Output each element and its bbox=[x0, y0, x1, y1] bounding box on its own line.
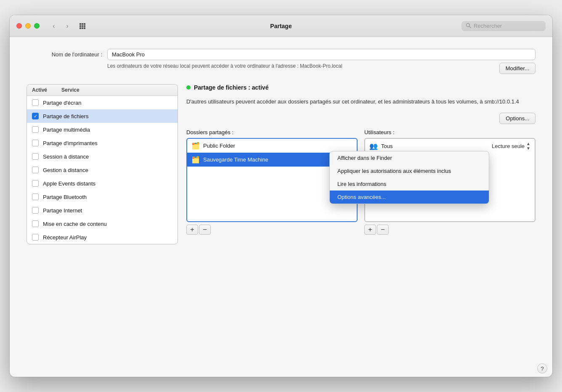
service-list-items: Partage d'écran Partage de fichiers Part… bbox=[27, 96, 178, 244]
folders-users-area: Dossiers partagés : 🗂️ Public Folder 🗂️ … bbox=[186, 129, 535, 235]
traffic-lights bbox=[16, 23, 40, 29]
service-name-fichiers: Partage de fichiers bbox=[43, 113, 88, 119]
svg-line-10 bbox=[469, 26, 471, 28]
service-item-airplay[interactable]: Récepteur AirPlay bbox=[27, 230, 178, 244]
search-input[interactable] bbox=[474, 23, 541, 29]
search-box[interactable] bbox=[461, 21, 546, 31]
add-folder-button[interactable]: + bbox=[186, 225, 198, 235]
computer-name-input[interactable] bbox=[107, 49, 535, 60]
search-icon bbox=[466, 23, 471, 29]
service-name-multimedia: Partage multimédia bbox=[43, 127, 90, 133]
context-menu: Afficher dans le Finder Appliquer les au… bbox=[329, 151, 489, 204]
back-button[interactable]: ‹ bbox=[48, 20, 60, 32]
context-menu-item-finder[interactable]: Afficher dans le Finder bbox=[330, 151, 489, 164]
computer-name-desc-text: Les ordinateurs de votre réseau local pe… bbox=[107, 63, 494, 70]
service-item-bluetooth[interactable]: Partage Bluetooth bbox=[27, 190, 178, 204]
service-item-imprimantes[interactable]: Partage d'imprimantes bbox=[27, 136, 178, 150]
svg-rect-0 bbox=[80, 23, 81, 25]
computer-name-field-area: Les ordinateurs de votre réseau local pe… bbox=[107, 49, 535, 74]
options-button[interactable]: Options... bbox=[499, 113, 535, 124]
window: ‹ › Partage bbox=[10, 15, 552, 377]
service-item-cache[interactable]: Mise en cache de contenu bbox=[27, 217, 178, 230]
service-name-imprimantes: Partage d'imprimantes bbox=[43, 140, 98, 146]
context-menu-item-informations[interactable]: Lire les informations bbox=[330, 177, 489, 191]
computer-name-label: Nom de l'ordinateur : bbox=[27, 49, 102, 58]
help-button[interactable]: ? bbox=[537, 363, 547, 373]
close-button[interactable] bbox=[16, 23, 22, 29]
service-item-internet[interactable]: Partage Internet bbox=[27, 204, 178, 217]
checkbox-apple-events[interactable] bbox=[32, 180, 39, 187]
service-name-session: Session à distance bbox=[43, 154, 89, 160]
svg-rect-5 bbox=[84, 25, 85, 27]
svg-rect-1 bbox=[82, 23, 83, 25]
user-name-tous: Tous bbox=[381, 143, 392, 149]
folder-icon-time-machine: 🗂️ bbox=[191, 156, 200, 164]
svg-rect-2 bbox=[84, 23, 85, 25]
user-permission-area: Lecture seule ▲ ▼ bbox=[492, 142, 530, 151]
service-item-apple-events[interactable]: Apple Events distants bbox=[27, 177, 178, 190]
svg-rect-3 bbox=[80, 25, 81, 27]
folder-panel-buttons: + − bbox=[186, 225, 358, 235]
user-icon-tous: 👥 bbox=[369, 142, 378, 150]
permission-arrows-icon[interactable]: ▲ ▼ bbox=[526, 142, 530, 151]
minimize-button[interactable] bbox=[25, 23, 31, 29]
folders-label: Dossiers partagés : bbox=[186, 129, 358, 135]
checkbox-multimedia[interactable] bbox=[32, 126, 39, 133]
service-name-cache: Mise en cache de contenu bbox=[43, 221, 107, 227]
checkbox-session[interactable] bbox=[32, 153, 39, 160]
checkbox-ecran[interactable] bbox=[32, 99, 39, 106]
user-panel-buttons: + − bbox=[364, 225, 535, 235]
folder-icon-public: 🗂️ bbox=[191, 142, 200, 150]
titlebar: ‹ › Partage bbox=[10, 15, 552, 37]
service-item-ecran[interactable]: Partage d'écran bbox=[27, 96, 178, 109]
svg-rect-7 bbox=[82, 27, 83, 29]
folder-name-public: Public Folder bbox=[203, 143, 235, 149]
main-panel: Activé Service Partage d'écran Partage d… bbox=[27, 84, 535, 244]
service-name-bluetooth: Partage Bluetooth bbox=[43, 194, 87, 200]
service-item-gestion[interactable]: Gestion à distance bbox=[27, 163, 178, 177]
service-name-airplay: Récepteur AirPlay bbox=[43, 234, 87, 241]
checkbox-cache[interactable] bbox=[32, 220, 39, 227]
remove-user-button[interactable]: − bbox=[377, 225, 389, 235]
checkbox-gestion[interactable] bbox=[32, 167, 39, 173]
service-list-header: Activé Service bbox=[27, 85, 178, 96]
grid-button[interactable] bbox=[77, 20, 88, 32]
context-menu-item-autorisations[interactable]: Appliquer les autorisations aux éléments… bbox=[330, 164, 489, 177]
service-name-internet: Partage Internet bbox=[43, 207, 82, 214]
service-item-fichiers[interactable]: Partage de fichiers bbox=[27, 109, 178, 123]
users-label: Utilisateurs : bbox=[364, 129, 535, 135]
status-title: Partage de fichiers : activé bbox=[194, 84, 268, 91]
status-row: Partage de fichiers : activé bbox=[186, 84, 535, 91]
window-title: Partage bbox=[270, 23, 292, 29]
content-area: Nom de l'ordinateur : Les ordinateurs de… bbox=[10, 37, 552, 360]
service-name-ecran: Partage d'écran bbox=[43, 100, 81, 106]
svg-rect-6 bbox=[80, 27, 81, 29]
checkbox-bluetooth[interactable] bbox=[32, 193, 39, 200]
right-panel: Partage de fichiers : activé D'autres ut… bbox=[186, 84, 535, 235]
status-dot bbox=[186, 85, 191, 90]
context-menu-item-options-avancees[interactable]: Options avancées... bbox=[330, 191, 489, 204]
service-list: Activé Service Partage d'écran Partage d… bbox=[27, 84, 178, 244]
modify-button[interactable]: Modifier... bbox=[499, 63, 535, 74]
folder-name-time-machine: Sauvegarde Time Machine bbox=[203, 156, 268, 163]
checkbox-imprimantes[interactable] bbox=[32, 140, 39, 146]
help-btn-area: ? bbox=[10, 360, 552, 377]
options-btn-row: Options... bbox=[186, 113, 535, 124]
checkbox-airplay[interactable] bbox=[32, 234, 39, 241]
maximize-button[interactable] bbox=[34, 23, 40, 29]
status-desc: D'autres utilisateurs peuvent accéder au… bbox=[186, 98, 535, 106]
header-service: Service bbox=[61, 87, 80, 93]
forward-button[interactable]: › bbox=[61, 20, 73, 32]
folder-item-public[interactable]: 🗂️ Public Folder bbox=[187, 139, 357, 153]
checkbox-fichiers[interactable] bbox=[32, 113, 39, 119]
service-name-gestion: Gestion à distance bbox=[43, 167, 88, 173]
computer-name-desc: Les ordinateurs de votre réseau local pe… bbox=[107, 63, 535, 74]
remove-folder-button[interactable]: − bbox=[199, 225, 211, 235]
computer-name-section: Nom de l'ordinateur : Les ordinateurs de… bbox=[27, 49, 535, 74]
service-name-apple-events: Apple Events distants bbox=[43, 180, 95, 187]
service-item-multimedia[interactable]: Partage multimédia bbox=[27, 123, 178, 136]
service-item-session[interactable]: Session à distance bbox=[27, 150, 178, 163]
add-user-button[interactable]: + bbox=[364, 225, 376, 235]
checkbox-internet[interactable] bbox=[32, 207, 39, 214]
nav-buttons: ‹ › bbox=[48, 20, 73, 32]
